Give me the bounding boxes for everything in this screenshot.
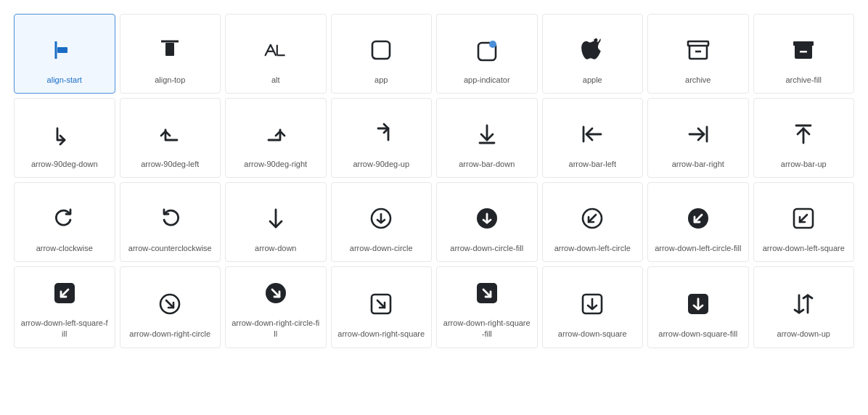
arrow-down-left-circle-fill-icon xyxy=(681,201,716,236)
icon-label-arrow-down-left-square-fill: arrow-down-left-square-fill xyxy=(20,318,109,340)
icon-label-arrow-bar-down: arrow-bar-down xyxy=(459,159,515,170)
icon-cell-align-start[interactable]: align-start xyxy=(14,14,115,94)
icon-label-archive-fill: archive-fill xyxy=(785,75,822,86)
arrow-bar-down-icon xyxy=(470,117,504,152)
app-icon xyxy=(364,33,398,67)
arrow-down-square-icon xyxy=(575,287,610,321)
icon-label-arrow-90deg-up: arrow-90deg-up xyxy=(353,159,409,170)
icon-cell-arrow-clockwise[interactable]: arrow-clockwise xyxy=(14,182,115,262)
icon-label-apple: apple xyxy=(583,75,602,86)
icon-label-align-start: align-start xyxy=(47,75,82,86)
icon-cell-arrow-down-left-square-fill[interactable]: arrow-down-left-square-fill xyxy=(14,266,115,348)
icon-cell-arrow-down-right-circle[interactable]: arrow-down-right-circle xyxy=(120,266,221,348)
svg-rect-1 xyxy=(57,47,67,53)
icon-label-arrow-down-right-circle: arrow-down-right-circle xyxy=(129,329,210,340)
icon-cell-arrow-down-left-circle-fill[interactable]: arrow-down-left-circle-fill xyxy=(647,182,749,262)
arrow-down-right-square-icon xyxy=(364,287,398,321)
icon-cell-arrow-down-right-square[interactable]: arrow-down-right-square xyxy=(331,266,433,348)
icon-label-arrow-down-up: arrow-down-up xyxy=(777,329,830,340)
archive-fill-icon xyxy=(786,33,821,67)
icon-cell-align-top[interactable]: align-top xyxy=(120,14,221,94)
icon-label-arrow-down-left-circle: arrow-down-left-circle xyxy=(554,243,631,254)
icon-label-arrow-bar-right: arrow-bar-right xyxy=(672,159,724,170)
arrow-bar-up-icon xyxy=(786,117,821,152)
svg-rect-3 xyxy=(165,43,174,56)
align-start-icon xyxy=(47,33,82,67)
icon-label-arrow-down-left-square: arrow-down-left-square xyxy=(763,243,845,254)
icon-cell-alt[interactable]: alt xyxy=(225,14,327,94)
icon-cell-arrow-counterclockwise[interactable]: arrow-counterclockwise xyxy=(120,182,221,262)
icon-cell-arrow-down-left-circle[interactable]: arrow-down-left-circle xyxy=(542,182,644,262)
icon-label-arrow-counterclockwise: arrow-counterclockwise xyxy=(128,243,212,254)
arrow-90deg-up-icon xyxy=(364,117,398,152)
icon-label-archive: archive xyxy=(685,75,711,86)
icon-cell-arrow-down-circle[interactable]: arrow-down-circle xyxy=(331,182,433,262)
app-indicator-icon xyxy=(470,33,504,67)
icon-label-arrow-down: arrow-down xyxy=(255,243,296,254)
icon-cell-arrow-bar-up[interactable]: arrow-bar-up xyxy=(753,98,855,178)
arrow-bar-right-icon xyxy=(681,117,716,152)
icon-cell-arrow-down-circle-fill[interactable]: arrow-down-circle-fill xyxy=(436,182,538,262)
icon-cell-app-indicator[interactable]: app-indicator xyxy=(436,14,538,94)
icon-label-arrow-bar-up: arrow-bar-up xyxy=(781,159,827,170)
icon-cell-arrow-down-up[interactable]: arrow-down-up xyxy=(753,266,855,348)
arrow-bar-left-icon xyxy=(575,117,610,152)
icon-cell-arrow-bar-down[interactable]: arrow-bar-down xyxy=(436,98,538,178)
icon-label-arrow-clockwise: arrow-clockwise xyxy=(36,243,93,254)
icon-label-arrow-bar-left: arrow-bar-left xyxy=(569,159,616,170)
icon-cell-arrow-90deg-down[interactable]: arrow-90deg-down xyxy=(14,98,115,178)
svg-line-40 xyxy=(377,300,385,308)
icon-label-arrow-down-left-circle-fill: arrow-down-left-circle-fill xyxy=(655,243,741,254)
arrow-clockwise-icon xyxy=(47,201,82,236)
arrow-down-right-circle-fill-icon xyxy=(258,276,293,311)
icon-cell-arrow-90deg-left[interactable]: arrow-90deg-left xyxy=(120,98,221,178)
icon-label-arrow-down-right-square-fill: arrow-down-right-square-fill xyxy=(443,318,531,340)
arrow-90deg-down-icon xyxy=(47,117,82,152)
svg-rect-7 xyxy=(372,41,390,59)
svg-line-36 xyxy=(166,300,173,308)
icon-label-arrow-90deg-down: arrow-90deg-down xyxy=(31,159,98,170)
icon-cell-arrow-down-left-square[interactable]: arrow-down-left-square xyxy=(753,182,855,262)
icon-label-arrow-down-right-circle-fill: arrow-down-right-circle-fill xyxy=(232,318,320,340)
svg-rect-13 xyxy=(800,51,807,52)
archive-icon xyxy=(681,33,716,67)
arrow-down-up-icon xyxy=(786,287,821,321)
apple-icon xyxy=(575,33,610,67)
icon-cell-arrow-down-square[interactable]: arrow-down-square xyxy=(542,266,644,348)
icon-label-arrow-down-circle-fill: arrow-down-circle-fill xyxy=(450,243,523,254)
icon-cell-arrow-down-square-fill[interactable]: arrow-down-square-fill xyxy=(647,266,749,348)
icon-cell-arrow-down-right-circle-fill[interactable]: arrow-down-right-circle-fill xyxy=(225,266,327,348)
icon-label-arrow-down-square-fill: arrow-down-square-fill xyxy=(658,329,737,340)
arrow-down-right-square-fill-icon xyxy=(470,276,504,311)
icon-cell-app[interactable]: app xyxy=(331,14,433,94)
alt-icon xyxy=(258,33,293,67)
svg-rect-12 xyxy=(793,41,814,46)
icon-cell-arrow-bar-left[interactable]: arrow-bar-left xyxy=(542,98,644,178)
arrow-down-square-fill-icon xyxy=(681,287,716,321)
icon-grid: align-start align-top alt xyxy=(0,0,868,362)
icon-label-arrow-90deg-left: arrow-90deg-left xyxy=(141,159,199,170)
icon-label-align-top: align-top xyxy=(155,75,185,86)
svg-line-32 xyxy=(800,215,807,222)
arrow-down-left-square-icon xyxy=(786,201,821,236)
icon-label-alt: alt xyxy=(271,75,280,86)
icon-cell-arrow-down-right-square-fill[interactable]: arrow-down-right-square-fill xyxy=(436,266,538,348)
icon-label-app-indicator: app-indicator xyxy=(464,75,510,86)
icon-label-app: app xyxy=(374,75,388,86)
icon-label-arrow-down-right-square: arrow-down-right-square xyxy=(337,329,425,340)
icon-cell-archive[interactable]: archive xyxy=(647,14,749,94)
icon-cell-arrow-down[interactable]: arrow-down xyxy=(225,182,327,262)
arrow-90deg-left-icon xyxy=(152,117,187,152)
arrow-down-left-circle-icon xyxy=(575,201,610,236)
arrow-down-circle-icon xyxy=(364,201,398,236)
arrow-down-left-square-fill-icon xyxy=(47,276,82,311)
icon-cell-arrow-90deg-up[interactable]: arrow-90deg-up xyxy=(331,98,433,178)
icon-cell-archive-fill[interactable]: archive-fill xyxy=(753,14,855,94)
arrow-down-right-circle-icon xyxy=(152,287,187,321)
icon-cell-arrow-90deg-right[interactable]: arrow-90deg-right xyxy=(225,98,327,178)
align-top-icon xyxy=(152,33,187,67)
icon-label-arrow-90deg-right: arrow-90deg-right xyxy=(244,159,307,170)
icon-cell-apple[interactable]: apple xyxy=(542,14,644,94)
icon-cell-arrow-bar-right[interactable]: arrow-bar-right xyxy=(647,98,749,178)
arrow-down-icon xyxy=(258,201,293,236)
